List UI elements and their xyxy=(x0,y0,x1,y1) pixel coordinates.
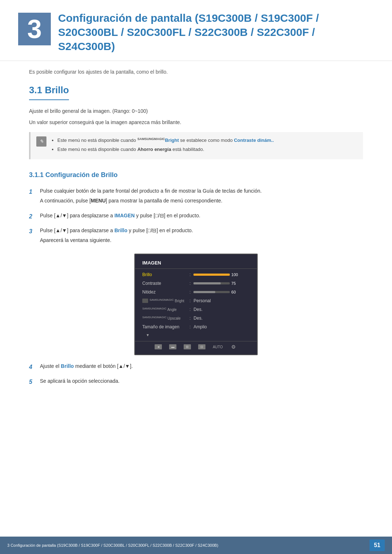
monitor-btn-minus: ▬ xyxy=(169,344,176,349)
step-4: 4 Ajuste el Brillo mediante el botón [▲/… xyxy=(29,362,363,372)
chapter-number: 3 xyxy=(18,13,51,45)
monitor-row-nitidez: Nitidez : 60 xyxy=(135,288,257,296)
monitor-menu-title: IMAGEN xyxy=(135,258,257,269)
page-number: 51 xyxy=(369,539,385,551)
step-1: 1 Pulse cualquier botón de la parte fron… xyxy=(29,187,363,207)
monitor-btn-plus: ⊞ xyxy=(184,344,191,349)
monitor-bottom-bar: ◄ ▬ ⊞ ⊟ AUTO ⚙ xyxy=(135,341,257,349)
monitor-bar-nitidez: 60 xyxy=(193,289,238,295)
monitor-bar-contraste: 75 xyxy=(193,280,238,287)
main-content: Es posible configurar los ajustes de la … xyxy=(0,65,392,420)
monitor-row-magic-bright: SAMSUNGMAGIC Bright : Personal xyxy=(135,296,257,305)
step-2: 2 Pulse [▲/▼] para desplazarse a IMAGEN … xyxy=(29,212,363,222)
chapter-header: 3 Configuración de pantalla (S19C300B / … xyxy=(0,0,392,61)
monitor-row-contraste: Contraste : 75 xyxy=(135,279,257,288)
step-1-content: Pulse cualquier botón de la parte fronta… xyxy=(40,187,363,207)
monitor-row-tamano: Tamaño de imagen : Amplio xyxy=(135,323,257,331)
monitor-row-brillo: Brillo : 100 xyxy=(135,270,257,279)
step-5-content: Se aplicará la opción seleccionada. xyxy=(40,377,363,385)
section-3-1-title: 3.1 Brillo xyxy=(29,83,69,100)
step-3: 3 Pulse [▲/▼] para desplazarse a Brillo … xyxy=(29,227,363,246)
page-footer: 3 Configuración de pantalla (S19C300B / … xyxy=(0,537,392,554)
monitor-screenshot: IMAGEN Brillo : 100 Contraste : 75 Nitid… xyxy=(134,254,258,356)
note2-text: Este menú no está disponible cuando Ahor… xyxy=(57,147,204,152)
monitor-bar-brillo: 100 xyxy=(193,272,238,278)
footer-text: 3 Configuración de pantalla (S19C300B / … xyxy=(7,542,218,549)
subsection-3-1-1-title: 3.1.1 Configuración de Brillo xyxy=(29,170,363,180)
monitor-btn-back: ⊟ xyxy=(198,344,205,349)
step-4-content: Ajuste el Brillo mediante el botón [▲/▼]… xyxy=(40,362,363,372)
note1-text: Este menú no está disponible cuando SAMS… xyxy=(57,138,274,143)
magic-bright-icon xyxy=(142,299,148,303)
note-icon: ✎ xyxy=(36,136,46,147)
step-3-content: Pulse [▲/▼] para desplazarse a Brillo y … xyxy=(40,227,363,246)
step-number-4: 4 xyxy=(29,362,36,372)
monitor-row-magic-angle: SAMSUNGMAGIC Angle : Des. xyxy=(135,305,257,314)
note-content: Este menú no está disponible cuando SAMS… xyxy=(52,136,274,155)
monitor-row-magic-upscale: SAMSUNGMAGIC Upscale : Des. xyxy=(135,314,257,323)
chapter-subtitle: Es posible configurar los ajustes de la … xyxy=(29,68,363,76)
step-5: 5 Se aplicará la opción seleccionada. xyxy=(29,377,363,386)
monitor-more-indicator: ▼ xyxy=(135,331,257,339)
step-number-1: 1 xyxy=(29,187,36,196)
note-box: ✎ Este menú no está disponible cuando SA… xyxy=(29,132,363,159)
step-number-5: 5 xyxy=(29,377,36,386)
step-2-content: Pulse [▲/▼] para desplazarse a IMAGEN y … xyxy=(40,212,363,222)
section-desc-2: Un valor superior conseguirá que la imag… xyxy=(29,119,363,126)
monitor-label-brillo: Brillo xyxy=(142,271,189,278)
chapter-title: Configuración de pantalla (S19C300B / S1… xyxy=(58,11,370,53)
monitor-btn-left: ◄ xyxy=(155,344,162,349)
monitor-btn-gear: ⚙ xyxy=(230,344,237,349)
section-desc-1: Ajuste el brillo general de la imagen. (… xyxy=(29,107,363,115)
monitor-btn-auto: AUTO xyxy=(213,344,223,349)
step-number-2: 2 xyxy=(29,212,36,221)
step-number-3: 3 xyxy=(29,227,36,236)
